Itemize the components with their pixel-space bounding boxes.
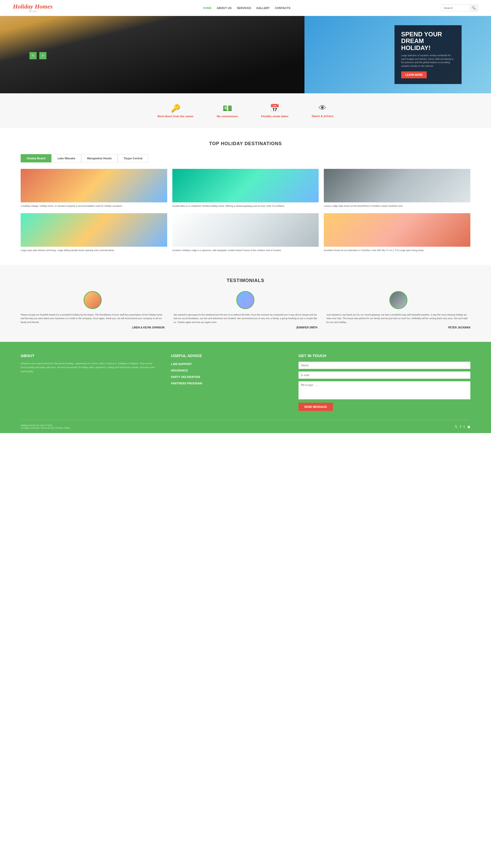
logo-sub: for rent bbox=[13, 10, 53, 12]
photo-caption-4: Large open plan kitchen and living - hug… bbox=[21, 249, 167, 252]
tab-mangawhai-heads[interactable]: Mangawhai Heads bbox=[81, 154, 118, 162]
footer-email-input[interactable] bbox=[298, 371, 470, 379]
nav-home[interactable]: HOME bbox=[203, 6, 211, 9]
footer-useful-advice: USEFUL ADVICE LAW SUPPORT INSURANCE PART… bbox=[171, 353, 286, 411]
hero-description: Large selection of vacation rentals worl… bbox=[401, 54, 455, 68]
footer-bottom: Holiday homes for rent © 2016 All rights… bbox=[21, 420, 470, 433]
photo-card-1: A holiday cottage, holiday home, or vaca… bbox=[21, 169, 167, 208]
hero-cta-button[interactable]: LEARN MORE bbox=[401, 71, 427, 79]
logo: Holiday Homes for rent bbox=[13, 3, 53, 12]
photo-caption-1: A holiday cottage, holiday home, or vaca… bbox=[21, 205, 167, 208]
main-nav: HOME ABOUT US SERVICES GALLERY CONTACTS bbox=[203, 6, 290, 9]
testimonial-1: Please accept our heartfelt thanks for a… bbox=[21, 291, 165, 329]
feature-2: 💵 No commission bbox=[217, 104, 238, 118]
photo-card-6: Excellent house for an extended or 2 fam… bbox=[324, 213, 470, 252]
footer-link-party[interactable]: PARTY DECORATION bbox=[171, 375, 200, 378]
key-icon: 🔑 bbox=[157, 104, 194, 113]
nav-gallery[interactable]: GALLERY bbox=[256, 6, 270, 9]
nav-services[interactable]: SERVICES bbox=[237, 6, 251, 9]
testimonial-2: We wanted to get away for the weekend ju… bbox=[174, 291, 318, 329]
feature-4: 👁 Space & privacy bbox=[312, 104, 334, 118]
feature-3: 📅 Flexible rental dates bbox=[261, 104, 288, 118]
rss-icon[interactable]: ◉ bbox=[467, 425, 470, 429]
photo-2 bbox=[172, 169, 319, 203]
tab-omaha-beach[interactable]: Omaha Beach bbox=[21, 154, 51, 162]
nav-contacts[interactable]: CONTACTS bbox=[275, 6, 290, 9]
testimonial-1-text: Please accept our heartfelt thanks for a… bbox=[21, 313, 165, 324]
commission-icon: 💵 bbox=[217, 104, 238, 113]
footer-advice-title: USEFUL ADVICE bbox=[171, 353, 286, 358]
footer-link-4[interactable]: PARTNERS PROGRAM bbox=[171, 381, 286, 385]
photo-5 bbox=[172, 213, 319, 247]
hero-content-box: SPEND YOUR DREAM HOLIDAY! Large selectio… bbox=[395, 25, 462, 84]
footer-link-law[interactable]: LAW SUPPORT bbox=[171, 363, 192, 366]
footer-contact-title: GET IN TOUCH bbox=[298, 353, 470, 358]
testimonial-1-name: LINDA & KEVIN JOHNSON bbox=[21, 326, 165, 329]
feature-3-label: Flexible rental dates bbox=[261, 115, 288, 118]
avatar-2 bbox=[236, 291, 254, 309]
hero-next-button[interactable]: > bbox=[39, 52, 47, 59]
testimonial-3: Just wanted to say thank you for our rec… bbox=[326, 291, 470, 329]
tab-lake-wanaka[interactable]: Lake Wanaka bbox=[51, 154, 81, 162]
facebook-icon[interactable]: f bbox=[460, 425, 461, 429]
photo-3 bbox=[324, 169, 470, 203]
photo-4 bbox=[21, 213, 167, 247]
photo-caption-3: Luxury Lodge style home on the beachfron… bbox=[324, 205, 470, 208]
avatar-3 bbox=[389, 291, 407, 309]
rights-text: All rights reserved. Terms of use | Priv… bbox=[21, 427, 70, 429]
nav-about[interactable]: ABOUT US bbox=[217, 6, 231, 9]
photo-card-4: Large open plan kitchen and living - hug… bbox=[21, 213, 167, 252]
photo-card-2: Omaha Bliss is a 3 bedroom Omaha holiday… bbox=[172, 169, 319, 208]
photo-caption-2: Omaha Bliss is a 3 bedroom Omaha holiday… bbox=[172, 205, 319, 208]
search-box: 🔍 bbox=[441, 4, 478, 11]
testimonials-title: TESTIMONIALS bbox=[21, 278, 470, 283]
feature-1-label: Rent direct from the owner bbox=[157, 115, 194, 118]
footer: ABOUT Whatever your requirements for tha… bbox=[0, 342, 491, 433]
footer-about: ABOUT Whatever your requirements for tha… bbox=[21, 353, 158, 411]
hero-title: SPEND YOUR DREAM HOLIDAY! bbox=[401, 31, 455, 51]
footer-link-insurance[interactable]: INSURANCE bbox=[171, 369, 188, 372]
testimonial-3-name: PETER JACKMAN bbox=[326, 326, 470, 329]
tumblr-icon[interactable]: t bbox=[464, 425, 465, 429]
hero-section: SPEND YOUR DREAM HOLIDAY! Large selectio… bbox=[0, 16, 491, 93]
photo-caption-5: Omaha's Holiday Lodge is a spacious, wel… bbox=[172, 249, 319, 252]
footer-about-text: Whatever your requirements for that perf… bbox=[21, 362, 158, 374]
header: Holiday Homes for rent HOME ABOUT US SER… bbox=[0, 0, 491, 16]
testimonials-grid: Please accept our heartfelt thanks for a… bbox=[21, 291, 470, 329]
footer-submit-button[interactable]: SEND MESSAGE bbox=[298, 403, 333, 411]
footer-message-input[interactable] bbox=[298, 381, 470, 399]
feature-4-label: Space & privacy bbox=[312, 115, 334, 118]
footer-link-2[interactable]: INSURANCE bbox=[171, 368, 286, 372]
photo-caption-6: Excellent house for an extended or 2 fam… bbox=[324, 249, 470, 252]
footer-about-title: ABOUT bbox=[21, 353, 158, 358]
calendar-icon: 📅 bbox=[261, 104, 288, 113]
photos-grid: A holiday cottage, holiday home, or vaca… bbox=[21, 169, 470, 252]
footer-link-partners[interactable]: PARTNERS PROGRAM bbox=[171, 382, 202, 385]
features-section: 🔑 Rent direct from the owner 💵 No commis… bbox=[0, 93, 491, 128]
search-input[interactable] bbox=[441, 5, 469, 11]
footer-name-input[interactable] bbox=[298, 362, 470, 369]
twitter-icon[interactable]: 𝕏 bbox=[455, 425, 458, 429]
hero-prev-button[interactable]: < bbox=[29, 52, 37, 59]
feature-1: 🔑 Rent direct from the owner bbox=[157, 104, 194, 118]
photo-1 bbox=[21, 169, 167, 203]
footer-link-3[interactable]: PARTY DECORATION bbox=[171, 375, 286, 379]
destinations-section: TOP HOLIDAY DESTINATIONS Omaha Beach Lak… bbox=[0, 128, 491, 265]
testimonial-2-text: We wanted to get away for the weekend ju… bbox=[174, 313, 318, 324]
footer-contact: GET IN TOUCH SEND MESSAGE bbox=[298, 353, 470, 411]
destinations-tabs: Omaha Beach Lake Wanaka Mangawhai Heads … bbox=[21, 154, 470, 162]
footer-link-1[interactable]: LAW SUPPORT bbox=[171, 362, 286, 366]
social-icons: 𝕏 f t ◉ bbox=[455, 425, 470, 429]
logo-main: Holiday Homes bbox=[13, 3, 53, 10]
photo-card-3: Luxury Lodge style home on the beachfron… bbox=[324, 169, 470, 208]
destinations-title: TOP HOLIDAY DESTINATIONS bbox=[21, 141, 470, 147]
search-button[interactable]: 🔍 bbox=[469, 5, 478, 11]
privacy-icon: 👁 bbox=[312, 104, 334, 113]
testimonials-section: TESTIMONIALS Please accept our heartfelt… bbox=[0, 265, 491, 342]
copyright-text: Holiday homes for rent © 2016 bbox=[21, 424, 70, 427]
tab-taupo-central[interactable]: Taupo Central bbox=[118, 154, 148, 162]
avatar-1 bbox=[84, 291, 102, 309]
feature-2-label: No commission bbox=[217, 115, 238, 118]
footer-grid: ABOUT Whatever your requirements for tha… bbox=[21, 353, 470, 411]
testimonial-2-name: JENNIFER SMITH bbox=[174, 326, 318, 329]
